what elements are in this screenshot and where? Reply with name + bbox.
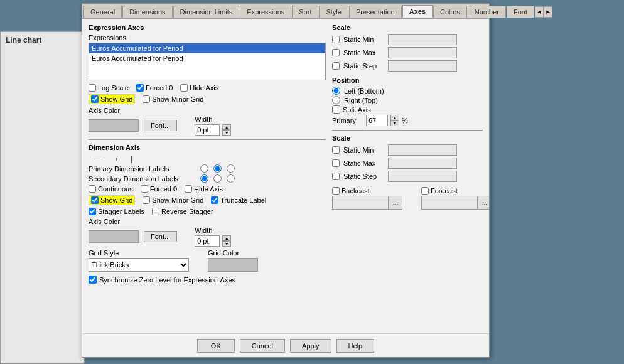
primary-down[interactable]: ▼ xyxy=(390,120,399,126)
width-up[interactable]: ▲ xyxy=(222,124,231,130)
primary-up[interactable]: ▲ xyxy=(390,115,399,120)
dim-hide-axis-input[interactable] xyxy=(185,185,192,193)
secondary-dim-radio-1[interactable] xyxy=(200,174,208,183)
width-down[interactable]: ▼ xyxy=(222,130,231,136)
tab-scroll-right[interactable]: ► xyxy=(544,6,552,18)
tab-scroll: ◄ ► xyxy=(535,6,552,18)
forecast-btn[interactable]: … xyxy=(478,196,489,210)
tab-scroll-left[interactable]: ◄ xyxy=(535,6,544,18)
static-min-row: Static Min xyxy=(332,34,483,45)
forecast-value-input[interactable] xyxy=(421,196,478,210)
static-max-value[interactable] xyxy=(388,47,457,58)
right-top-radio[interactable] xyxy=(332,96,340,104)
static-step-value[interactable] xyxy=(388,60,457,72)
secondary-dim-radio-2[interactable] xyxy=(213,174,222,183)
backcast-value-input[interactable] xyxy=(332,196,389,210)
dim-scale-section: Scale Static Min Static Max Static Step xyxy=(332,134,483,182)
dim-static-step-label: Static Step xyxy=(343,173,384,180)
dim-static-min-value[interactable] xyxy=(388,144,457,156)
sync-label: Synchronize Zero Level for Expression-Ax… xyxy=(99,276,235,284)
split-axis-input[interactable] xyxy=(332,105,340,114)
static-step-input[interactable] xyxy=(332,62,340,70)
apply-button[interactable]: Apply xyxy=(290,339,331,353)
dim-width-input[interactable] xyxy=(195,235,220,247)
show-grid-input[interactable] xyxy=(91,95,99,103)
stagger-row: Stagger Labels Reverse Stagger xyxy=(89,208,326,215)
dim-show-minor-grid-label: Show Minor Grid xyxy=(152,196,203,204)
left-bottom-radio[interactable] xyxy=(332,87,340,95)
show-minor-grid-input[interactable] xyxy=(143,95,150,103)
static-min-input[interactable] xyxy=(332,36,340,43)
dim-forced-0-input[interactable] xyxy=(141,185,148,193)
tab-expressions[interactable]: Expressions xyxy=(240,6,291,18)
log-scale-input[interactable] xyxy=(89,84,96,92)
primary-dim-radio-1[interactable] xyxy=(200,164,208,173)
tab-bar: General Dimensions Dimension Limits Expr… xyxy=(82,4,489,19)
dim-truncate-input[interactable] xyxy=(211,196,218,204)
right-top-row: Right (Top) xyxy=(332,96,483,104)
tab-style[interactable]: Style xyxy=(319,6,348,18)
forecast-input[interactable] xyxy=(421,187,429,195)
ok-button[interactable]: OK xyxy=(197,339,235,353)
stagger-labels-input[interactable] xyxy=(89,208,96,215)
dim-width-up[interactable]: ▲ xyxy=(222,235,231,241)
hide-axis-input[interactable] xyxy=(180,84,188,92)
dim-static-min-input[interactable] xyxy=(332,146,340,154)
sync-input[interactable] xyxy=(89,276,97,284)
show-minor-grid-check: Show Minor Grid xyxy=(143,95,203,103)
cancel-button[interactable]: Cancel xyxy=(240,339,285,353)
dim-static-max-row: Static Max xyxy=(332,158,483,169)
dim-width-row: ▲ ▼ xyxy=(195,235,231,247)
secondary-dim-radio-3[interactable] xyxy=(227,174,235,183)
line-sym-1: / xyxy=(116,154,118,163)
primary-value-input[interactable] xyxy=(366,115,388,126)
hide-axis-label: Hide Axis xyxy=(190,84,218,92)
forced-0-input[interactable] xyxy=(136,84,144,92)
dim-width-down[interactable]: ▼ xyxy=(222,241,231,247)
dim-static-step-input[interactable] xyxy=(332,173,340,180)
expression-axes-title: Expression Axes xyxy=(89,24,326,31)
grid-style-select[interactable]: Thick Bricks Thin Bricks Dotted Dashed S… xyxy=(89,258,189,272)
tab-dimension-limits[interactable]: Dimension Limits xyxy=(173,6,240,18)
expr-item-1[interactable]: Euros Accumulated for Period xyxy=(89,53,325,63)
dialog: General Dimensions Dimension Limits Expr… xyxy=(82,3,490,358)
primary-dim-radio-2[interactable] xyxy=(213,164,222,173)
dim-width-section: Width ▲ ▼ xyxy=(195,227,231,247)
primary-dim-radio-3[interactable] xyxy=(227,164,235,173)
tab-general[interactable]: General xyxy=(83,6,122,18)
tab-colors[interactable]: Colors xyxy=(433,6,467,18)
static-max-input[interactable] xyxy=(332,49,340,56)
grid-color-box[interactable] xyxy=(208,258,258,272)
dim-static-max-input[interactable] xyxy=(332,159,340,167)
dim-axis-color-label: Axis Color xyxy=(89,218,326,225)
position-title: Position xyxy=(332,77,483,84)
tab-presentation[interactable]: Presentation xyxy=(349,6,402,18)
backcast-input[interactable] xyxy=(332,187,340,195)
tab-number[interactable]: Number xyxy=(468,6,506,18)
primary-row: Primary ▲ ▼ % xyxy=(332,115,483,126)
dim-continuous-check: Continuous xyxy=(89,185,133,193)
dim-show-minor-grid-input[interactable] xyxy=(143,196,150,204)
reverse-stagger-input[interactable] xyxy=(152,208,159,215)
forecast-check: Forecast xyxy=(421,187,489,195)
dim-static-step-value[interactable] xyxy=(388,171,457,182)
width-section: Width ▲ ▼ xyxy=(195,115,231,136)
dim-font-button[interactable]: Font... xyxy=(144,231,177,242)
expr-item-0[interactable]: Euros Accumulated for Period xyxy=(89,43,325,53)
tab-dimensions[interactable]: Dimensions xyxy=(122,6,172,18)
static-min-value[interactable] xyxy=(388,34,457,45)
tab-axes[interactable]: Axes xyxy=(402,5,433,18)
tab-sort[interactable]: Sort xyxy=(292,6,318,18)
dim-static-max-value[interactable] xyxy=(388,158,457,169)
width-input[interactable] xyxy=(195,124,220,136)
backcast-btn[interactable]: … xyxy=(389,196,402,210)
reverse-stagger-label: Reverse Stagger xyxy=(161,208,213,215)
font-button[interactable]: Font... xyxy=(144,120,177,131)
dim-hide-axis-check: Hide Axis xyxy=(185,185,223,193)
axis-color-box[interactable] xyxy=(89,119,139,132)
tab-font[interactable]: Font xyxy=(507,6,534,18)
dim-axis-color-box[interactable] xyxy=(89,230,139,243)
dim-show-grid-input[interactable] xyxy=(91,196,99,204)
dim-continuous-input[interactable] xyxy=(89,185,96,193)
help-button[interactable]: Help xyxy=(336,339,375,353)
